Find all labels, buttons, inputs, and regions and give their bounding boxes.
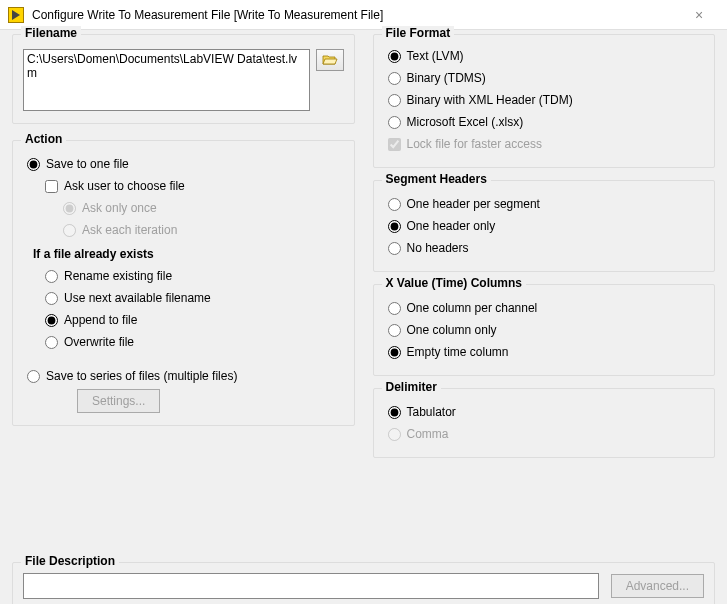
folder-open-icon: [322, 54, 338, 66]
existing-label: If a file already exists: [33, 247, 344, 261]
lock-label: Lock file for faster access: [407, 137, 542, 151]
append-label: Append to file: [64, 313, 137, 327]
hdr-perseg-label: One header per segment: [407, 197, 540, 211]
hdr-none-label: No headers: [407, 241, 469, 255]
save-series-radio[interactable]: Save to series of files (multiple files): [23, 365, 344, 387]
hdr-oneonly-radio[interactable]: One header only: [384, 215, 705, 237]
fileformat-label: File Format: [382, 26, 455, 40]
settings-button: Settings...: [77, 389, 160, 413]
action-label: Action: [21, 132, 66, 146]
ask-each-radio: Ask each iteration: [23, 219, 344, 241]
format-text-label: Text (LVM): [407, 49, 464, 63]
filename-group: Filename C:\Users\Domen\Documents\LabVIE…: [12, 34, 355, 124]
ask-once-radio: Ask only once: [23, 197, 344, 219]
delim-comma-radio: Comma: [384, 423, 705, 445]
xvalue-label: X Value (Time) Columns: [382, 276, 526, 290]
ask-user-checkbox[interactable]: Ask user to choose file: [23, 175, 344, 197]
format-binary-label: Binary (TDMS): [407, 71, 486, 85]
window-title: Configure Write To Measurement File [Wri…: [32, 8, 679, 22]
save-series-label: Save to series of files (multiple files): [46, 369, 237, 383]
action-group: Action Save to one file Ask user to choo…: [12, 140, 355, 426]
filename-label: Filename: [21, 26, 81, 40]
hdr-oneonly-label: One header only: [407, 219, 496, 233]
format-text-radio[interactable]: Text (LVM): [384, 45, 705, 67]
save-one-file-radio[interactable]: Save to one file: [23, 153, 344, 175]
ask-each-label: Ask each iteration: [82, 223, 177, 237]
x-oneonly-radio[interactable]: One column only: [384, 319, 705, 341]
format-excel-radio[interactable]: Microsoft Excel (.xlsx): [384, 111, 705, 133]
ask-once-label: Ask only once: [82, 201, 157, 215]
description-input[interactable]: [23, 573, 599, 599]
filedesc-group: File Description Advanced...: [12, 562, 715, 604]
delimiter-group: Delimiter Tabulator Comma: [373, 388, 716, 458]
x-empty-radio[interactable]: Empty time column: [384, 341, 705, 363]
format-binxml-label: Binary with XML Header (TDM): [407, 93, 573, 107]
lock-checkbox: Lock file for faster access: [384, 133, 705, 155]
overwrite-label: Overwrite file: [64, 335, 134, 349]
delimiter-label: Delimiter: [382, 380, 441, 394]
append-radio[interactable]: Append to file: [23, 309, 344, 331]
save-one-file-label: Save to one file: [46, 157, 129, 171]
close-icon[interactable]: ×: [679, 7, 719, 23]
delim-comma-label: Comma: [407, 427, 449, 441]
hdr-perseg-radio[interactable]: One header per segment: [384, 193, 705, 215]
format-binxml-radio[interactable]: Binary with XML Header (TDM): [384, 89, 705, 111]
overwrite-radio[interactable]: Overwrite file: [23, 331, 344, 353]
format-binary-radio[interactable]: Binary (TDMS): [384, 67, 705, 89]
hdr-none-radio[interactable]: No headers: [384, 237, 705, 259]
x-oneonly-label: One column only: [407, 323, 497, 337]
segmenthdr-label: Segment Headers: [382, 172, 491, 186]
filedesc-label: File Description: [21, 554, 119, 568]
labview-icon: [8, 7, 24, 23]
format-excel-label: Microsoft Excel (.xlsx): [407, 115, 524, 129]
usenext-radio[interactable]: Use next available filename: [23, 287, 344, 309]
svg-marker-0: [12, 10, 20, 20]
segmenthdr-group: Segment Headers One header per segment O…: [373, 180, 716, 272]
xvalue-group: X Value (Time) Columns One column per ch…: [373, 284, 716, 376]
rename-label: Rename existing file: [64, 269, 172, 283]
ask-user-label: Ask user to choose file: [64, 179, 185, 193]
usenext-label: Use next available filename: [64, 291, 211, 305]
fileformat-group: File Format Text (LVM) Binary (TDMS) Bin…: [373, 34, 716, 168]
filename-input[interactable]: C:\Users\Domen\Documents\LabVIEW Data\te…: [23, 49, 310, 111]
delim-tab-radio[interactable]: Tabulator: [384, 401, 705, 423]
delim-tab-label: Tabulator: [407, 405, 456, 419]
advanced-button: Advanced...: [611, 574, 704, 598]
x-perchan-label: One column per channel: [407, 301, 538, 315]
rename-radio[interactable]: Rename existing file: [23, 265, 344, 287]
x-empty-label: Empty time column: [407, 345, 509, 359]
x-perchan-radio[interactable]: One column per channel: [384, 297, 705, 319]
browse-button[interactable]: [316, 49, 344, 71]
title-bar: Configure Write To Measurement File [Wri…: [0, 0, 727, 30]
